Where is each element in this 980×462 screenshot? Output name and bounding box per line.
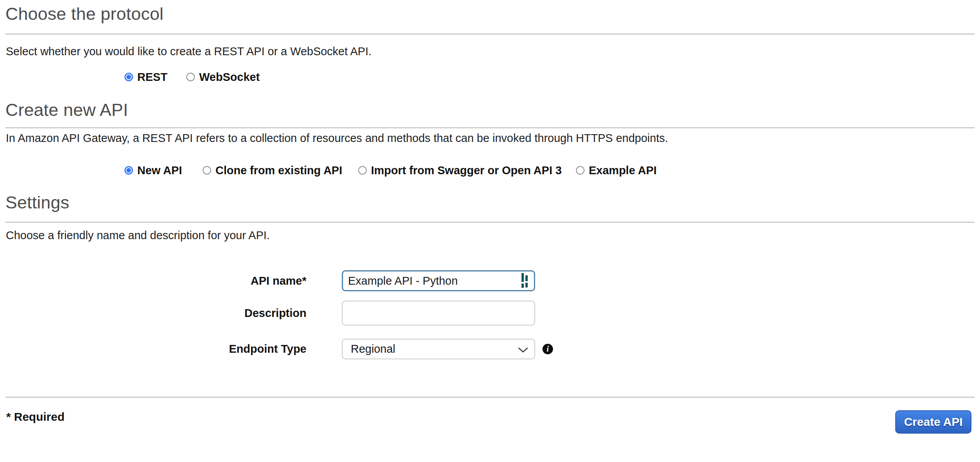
settings-section-description: Choose a friendly name and description f… xyxy=(6,229,270,242)
radio-option-label: REST xyxy=(137,71,167,84)
create-api-section-heading: Create new API xyxy=(5,101,128,119)
radio-selected-icon[interactable] xyxy=(124,166,133,175)
radio-unselected-icon[interactable] xyxy=(186,73,195,81)
radio-option-label: Clone from existing API xyxy=(215,164,342,177)
radio-option-label: New API xyxy=(137,164,182,177)
radio-unselected-icon[interactable] xyxy=(576,166,584,175)
info-icon[interactable]: i xyxy=(542,344,553,354)
create-api-button[interactable]: Create API xyxy=(895,410,971,434)
radio-unselected-icon[interactable] xyxy=(203,166,211,175)
radio-option-import-swagger[interactable]: Import from Swagger or Open API 3 xyxy=(358,163,562,178)
create-api-section-description: In Amazon API Gateway, a REST API refers… xyxy=(6,132,668,144)
radio-option-label: Import from Swagger or Open API 3 xyxy=(371,164,562,177)
divider xyxy=(5,33,975,35)
description-label: Description xyxy=(0,307,306,319)
radio-option-label: WebSocket xyxy=(199,71,260,84)
radio-option-websocket[interactable]: WebSocket xyxy=(186,70,260,84)
description-input[interactable] xyxy=(342,301,535,326)
radio-selected-icon[interactable] xyxy=(124,73,133,81)
divider xyxy=(5,222,975,223)
password-manager-icon xyxy=(521,273,528,289)
api-name-label: API name* xyxy=(0,275,306,287)
protocol-section-heading: Choose the protocol xyxy=(5,5,164,23)
radio-option-label: Example API xyxy=(589,164,657,177)
radio-option-new-api[interactable]: New API xyxy=(124,163,182,178)
endpoint-type-select[interactable]: Regional xyxy=(342,339,535,359)
required-note: * Required xyxy=(6,411,65,423)
radio-option-clone-api[interactable]: Clone from existing API xyxy=(203,163,342,178)
settings-section-heading: Settings xyxy=(5,194,69,211)
chevron-down-icon xyxy=(518,347,528,353)
radio-option-example-api[interactable]: Example API xyxy=(576,163,657,178)
info-icon-glyph: i xyxy=(547,344,549,354)
protocol-section-description: Select whether you would like to create … xyxy=(6,46,371,58)
radio-unselected-icon[interactable] xyxy=(358,166,367,175)
api-name-input[interactable] xyxy=(342,270,535,291)
radio-option-rest[interactable]: REST xyxy=(124,70,167,84)
divider xyxy=(5,397,975,398)
endpoint-type-selected-value: Regional xyxy=(351,343,395,355)
endpoint-type-label: Endpoint Type xyxy=(0,343,306,355)
divider xyxy=(5,127,975,128)
